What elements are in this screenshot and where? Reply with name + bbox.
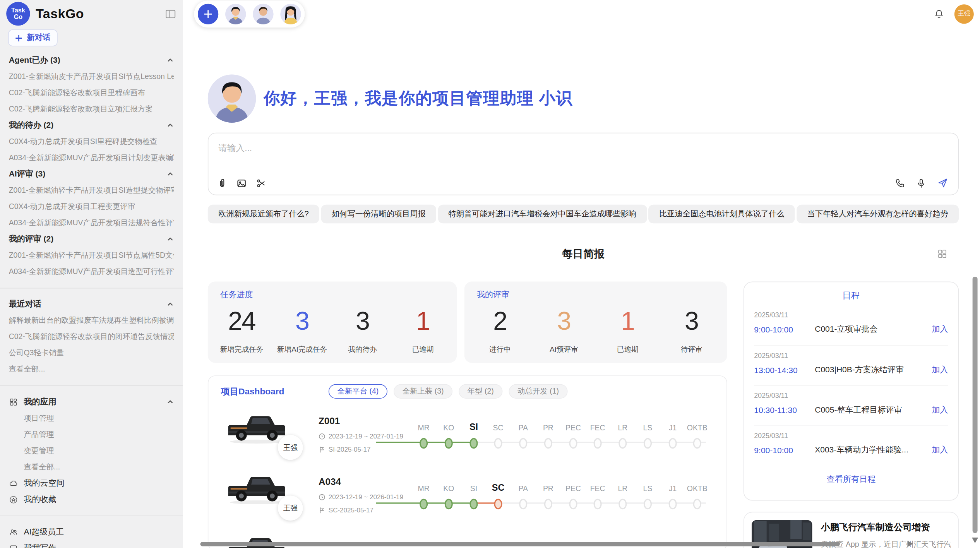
collapse-sidebar-icon[interactable] [164, 8, 176, 20]
chevron-up-icon [166, 300, 174, 308]
sidebar-item[interactable]: C02-飞腾新能源轻客改款项目里程碑画布 [9, 87, 174, 98]
sidebar-item[interactable]: 产品管理 [24, 429, 174, 439]
chevron-up-icon [166, 122, 174, 129]
milestone-label: PR [543, 484, 553, 493]
milestone-dot [544, 438, 552, 449]
stat-value: 1 [393, 308, 453, 334]
schedule-item[interactable]: 2025/03/11 9:00-10:00 C001-立项审批会 加入 [754, 305, 948, 345]
sidebar-item[interactable]: 项目管理 [24, 413, 174, 423]
milestone-label: KO [443, 484, 454, 493]
sidebar-section-title: 我的评审 (2) [9, 233, 166, 245]
schedule-join-link[interactable]: 加入 [932, 444, 948, 456]
suggestion-chip[interactable]: 欧洲新规最近颁布了什么? [208, 205, 320, 224]
schedule-view-all-link[interactable]: 查看所有日程 [754, 474, 948, 485]
sidebar-item[interactable]: Z001-全新燃油轻卡产品开发项目SI造型提交物评审 [9, 185, 174, 195]
schedule-join-link[interactable]: 加入 [932, 324, 948, 335]
sidebar-item-favorites[interactable]: 我的收藏 [9, 491, 174, 507]
milestone-dot [420, 499, 428, 509]
schedule-join-link[interactable]: 加入 [932, 364, 948, 375]
milestone-dot [644, 438, 652, 449]
schedule-time: 9:00-10:00 [754, 324, 815, 334]
help-me-write-label: 帮我写作 [24, 543, 56, 548]
milestone-label: J1 [669, 484, 677, 493]
main-area: 王强 你好，王强，我是你的项目管理助理 小识 [183, 0, 980, 548]
milestone-dot [618, 438, 627, 449]
dashboard-filter-tab[interactable]: 动总开发 (1) [509, 384, 568, 399]
composer-input[interactable] [208, 133, 958, 170]
sidebar-item[interactable]: A034-全新新能源MUV产品开发项目造型可行性评审 [9, 266, 174, 277]
suggestion-chip[interactable]: 当下年轻人对汽车外观有怎样的喜好趋势 [797, 205, 959, 224]
milestone-dot [420, 438, 428, 449]
dashboard-tabs: 全新平台 (4)全新上装 (3)年型 (2)动总开发 (1) [329, 384, 568, 399]
milestone-label: SI [470, 484, 477, 493]
new-chat-label: 新对话 [27, 33, 51, 43]
attachment-icon[interactable] [216, 178, 228, 189]
stat-value: 2 [468, 308, 532, 334]
schedule-join-link[interactable]: 加入 [932, 404, 948, 416]
milestone-dot [544, 499, 552, 509]
schedule-time: 9:00-10:00 [754, 445, 815, 454]
dashboard-filter-tab[interactable]: 全新平台 (4) [329, 384, 387, 399]
recent-view-all-link[interactable]: 查看全部... [9, 364, 174, 374]
sidebar-section: 我的评审 (2) Z001-全新燃油轻卡产品开发项目SI节点属性5D文件评审A0… [9, 231, 174, 280]
ai-super-staff-label: AI超级员工 [24, 526, 64, 538]
sidebar-item[interactable]: A034-全新新能源MUV产品开发项目法规符合性评审 [9, 217, 174, 228]
sidebar-section-header[interactable]: Agent已办 (3) [9, 52, 174, 68]
scroll-down-arrow[interactable] [972, 538, 978, 543]
my-apps-header[interactable]: 我的应用 [9, 394, 174, 410]
schedule-time: 13:00-14:30 [754, 365, 815, 374]
sidebar-item[interactable]: 变更管理 [24, 445, 174, 456]
milestone-dot [693, 438, 701, 449]
sidebar-item[interactable]: C02-飞腾新能源轻客改款项目立项汇报方案 [9, 104, 174, 114]
image-icon [9, 543, 18, 548]
milestone-dot [618, 499, 627, 509]
dashboard-filter-tab[interactable]: 全新上装 (3) [394, 384, 452, 399]
stat-label: 我的待办 [332, 345, 393, 354]
briefing-layout-icon[interactable] [937, 248, 947, 259]
sidebar-section-header[interactable]: 我的待办 (2) [9, 117, 174, 133]
sidebar-item[interactable]: C02-飞腾新能源轻客改款项目的闭环通告反馈情况 [9, 331, 174, 342]
sidebar-item[interactable]: Z001-全新燃油皮卡产品开发项目SI节点Lesson Learn报告 [9, 71, 174, 82]
stat-value: 3 [332, 308, 393, 334]
milestone-label: KO [443, 424, 454, 433]
scroll-right-arrow[interactable] [908, 541, 913, 547]
sidebar-item[interactable]: Z001-全新燃油轻卡产品开发项目SI节点属性5D文件评审 [9, 250, 174, 260]
sidebar-item-ai-super-staff[interactable]: AI超级员工 [9, 524, 174, 540]
assistant-avatar [208, 74, 256, 123]
sidebar-section-header[interactable]: AI评审 (3) [9, 166, 174, 182]
sidebar-item[interactable]: C0X4-动力总成开发项目工程变更评审 [9, 201, 174, 212]
vertical-scrollbar[interactable] [973, 277, 978, 533]
sidebar-item[interactable]: 解释最新出台的欧盟报废车法规再生塑料比例被调至15%... [9, 315, 174, 325]
new-chat-button[interactable]: 新对话 [8, 29, 57, 46]
sidebar-item[interactable]: A034-全新新能源MUV产品开发项目计划变更表编写 [9, 152, 174, 163]
sidebar-item[interactable]: C0X4-动力总成开发项目SI里程碑提交物检查 [9, 136, 174, 147]
suggestion-chip[interactable]: 如何写一份清晰的项目周报 [321, 205, 437, 224]
sidebar-item-help-me-write[interactable]: 帮我写作 [9, 540, 174, 548]
horizontal-scrollbar[interactable] [200, 542, 840, 546]
suggestion-chip[interactable]: 比亚迪全固态电池计划具体说了什么 [649, 205, 795, 224]
project-dashboard-title: 项目Dashboard [221, 386, 329, 397]
grid-icon [9, 397, 18, 406]
recent-chats-header[interactable]: 最近对话 [9, 296, 174, 312]
milestone-dot [594, 499, 602, 509]
image-upload-icon[interactable] [236, 178, 247, 189]
stat-label: AI预评审 [532, 345, 596, 354]
sidebar-section-header[interactable]: 我的评审 (2) [9, 231, 174, 247]
microphone-icon[interactable] [916, 177, 927, 188]
milestone-dot [519, 438, 527, 449]
sidebar-item[interactable]: 公司Q3轻卡销量 [9, 348, 174, 358]
project-row[interactable]: 王强 Z001 2023-12-19 ~ 2027-01-19 SI-2025-… [208, 406, 726, 467]
apps-view-all-link[interactable]: 查看全部... [24, 461, 174, 472]
sidebar-item-cloud-space[interactable]: 我的云空间 [9, 475, 174, 491]
schedule-item[interactable]: 2025/03/11 9:00-10:00 X003-车辆动力学性能验... 加… [754, 425, 948, 465]
dashboard-filter-tab[interactable]: 年型 (2) [459, 384, 502, 399]
send-icon[interactable] [937, 177, 949, 189]
suggestion-chip[interactable]: 特朗普可能对进口汽车增税会对中国车企造成哪些影响 [438, 205, 647, 224]
my-review-card: 我的评审 2 进行中 3 AI预评审 1 已逾期 3 待评审 [464, 282, 727, 363]
cloud-space-label: 我的云空间 [24, 478, 64, 489]
schedule-item[interactable]: 2025/03/11 13:00-14:30 C003|H0B-方案冻结评审 加… [754, 346, 948, 385]
project-row[interactable]: 王强 A034 2023-12-19 ~ 2026-01-19 SC-2025-… [208, 467, 726, 527]
schedule-item[interactable]: 2025/03/11 10:30-11:30 C005-整车工程目标评审 加入 [754, 385, 948, 425]
phone-icon[interactable] [894, 177, 906, 188]
scissors-icon[interactable] [255, 178, 267, 189]
